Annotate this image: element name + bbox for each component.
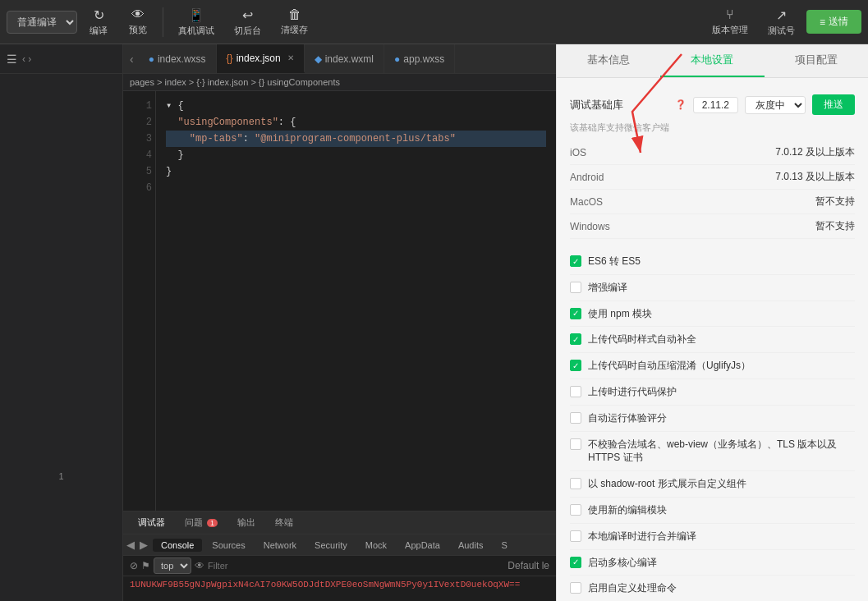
test-icon: ↗ bbox=[776, 7, 787, 23]
right-tab-local[interactable]: 本地设置 bbox=[660, 44, 764, 77]
checkbox-row[interactable]: 不校验合法域名、web-view（业务域名）、TLS 版本以及 HTTPS 证书 bbox=[570, 432, 855, 472]
version-mgr-button[interactable]: ⑂ 版本管理 bbox=[704, 4, 756, 39]
refresh-button[interactable]: ↻ 编译 bbox=[80, 4, 117, 40]
checkbox-label-uglify: 上传代码时自动压缩混淆（UglifyJs） bbox=[588, 359, 751, 373]
console-tab-appdata[interactable]: AppData bbox=[397, 539, 448, 552]
checkbox-custom-cmd[interactable] bbox=[570, 582, 581, 594]
checkbox-autocomplete[interactable]: ✓ bbox=[570, 333, 581, 345]
platform-value: 7.0.12 及以上版本 bbox=[775, 145, 855, 159]
checkbox-row[interactable]: 自动运行体验评分 bbox=[570, 406, 855, 432]
checkbox-row[interactable]: 本地编译时进行合并编译 bbox=[570, 524, 855, 550]
checkbox-label-multi-core: 启动多核心编译 bbox=[588, 556, 657, 570]
tab-label-wxss: index.wxss bbox=[158, 53, 206, 65]
line-numbers: 1 2 3 4 5 6 bbox=[123, 91, 156, 511]
checkbox-row[interactable]: ✓ 上传代码时自动压缩混淆（UglifyJs） bbox=[570, 353, 855, 379]
checkbox-label-new-editor: 使用新的编辑模块 bbox=[588, 503, 667, 517]
code-editor[interactable]: 1 2 3 4 5 6 ▾ { "usingComponents": { "mp… bbox=[123, 91, 556, 511]
bottom-tab-problems[interactable]: 问题 1 bbox=[177, 515, 226, 530]
eye-icon: 👁 bbox=[131, 7, 145, 22]
right-panel: 基本信息 本地设置 项目配置 调试基础库 ❓ 2.11.2 灰度中 推送 该基础… bbox=[556, 44, 868, 601]
sidebar-file-icon: ☰ bbox=[7, 53, 17, 66]
checkbox-uglify[interactable]: ✓ bbox=[570, 360, 581, 371]
platform-row: Android7.0.13 及以上版本 bbox=[570, 165, 855, 190]
tab-close-json[interactable]: ✕ bbox=[287, 53, 294, 62]
platform-label: iOS bbox=[570, 147, 775, 158]
checkbox-label-protect: 上传时进行代码保护 bbox=[588, 385, 677, 399]
tab-app-wxss[interactable]: ● app.wxss bbox=[384, 44, 455, 73]
push-button[interactable]: 推送 bbox=[812, 94, 855, 115]
console-tab-audits[interactable]: Audits bbox=[450, 539, 492, 552]
bottom-tab-terminal[interactable]: 终端 bbox=[267, 515, 301, 530]
checkbox-shadow-root[interactable] bbox=[570, 478, 581, 489]
bottom-panel: 调试器 问题 1 输出 终端 ◀ ▶ Console Sources Netwo… bbox=[123, 511, 556, 601]
console-tab-console[interactable]: Console bbox=[153, 539, 202, 552]
debug-lib-title: 调试基础库 bbox=[570, 98, 665, 112]
cut-backend-button[interactable]: ↩ 切后台 bbox=[226, 4, 269, 40]
checkbox-new-editor[interactable] bbox=[570, 504, 581, 516]
support-text: 该基础库支持微信客户端 bbox=[570, 122, 855, 134]
checkbox-row[interactable]: ✓ ES6 转 ES5 bbox=[570, 249, 855, 275]
clear-storage-button[interactable]: 🗑 清缓存 bbox=[273, 4, 316, 39]
checkbox-row[interactable]: 启用自定义处理命令 bbox=[570, 576, 855, 601]
filter-input[interactable] bbox=[208, 561, 504, 571]
test-number-button[interactable]: ↗ 测试号 bbox=[760, 4, 803, 40]
console-tab-mock[interactable]: Mock bbox=[357, 539, 395, 552]
tab-index-wxss[interactable]: ● index.wxss bbox=[139, 44, 217, 73]
main-toolbar: 普通编译 ↻ 编译 👁 预览 📱 真机调试 ↩ 切后台 🗑 清缓存 ⑂ 版本管理… bbox=[0, 0, 868, 44]
bottom-tab-output[interactable]: 输出 bbox=[229, 515, 264, 530]
console-output: 1UNUKWF9B55gNJpWgpixN4cAI7o0KW5ODJdtDXPE… bbox=[123, 576, 556, 601]
breadcrumb-text: pages > index > {·} index.json > {} usin… bbox=[130, 77, 340, 87]
real-device-button[interactable]: 📱 真机调试 bbox=[170, 4, 223, 40]
console-nav-right[interactable]: ▶ bbox=[140, 539, 148, 551]
checkbox-row[interactable]: 增强编译 bbox=[570, 275, 855, 301]
checkbox-local-merge[interactable] bbox=[570, 530, 581, 542]
top-select[interactable]: top bbox=[154, 557, 191, 574]
compiler-mode-select[interactable]: 普通编译 bbox=[7, 11, 77, 34]
checkbox-no-validate[interactable] bbox=[570, 438, 581, 450]
checkmark-icon: ✓ bbox=[572, 361, 579, 370]
platform-value: 暂不支持 bbox=[815, 195, 855, 209]
preview-button[interactable]: 👁 预览 bbox=[120, 4, 156, 39]
checkbox-enhance[interactable] bbox=[570, 282, 581, 293]
right-tab-basic[interactable]: 基本信息 bbox=[557, 44, 660, 77]
platform-row: Windows暂不支持 bbox=[570, 214, 855, 239]
theme-select[interactable]: 灰度中 bbox=[745, 96, 806, 114]
checkbox-evaluate[interactable] bbox=[570, 412, 581, 424]
checkbox-row[interactable]: ✓ 上传代码时样式自动补全 bbox=[570, 327, 855, 353]
right-content: 调试基础库 ❓ 2.11.2 灰度中 推送 该基础库支持微信客户端 iOS7.0… bbox=[557, 78, 868, 601]
console-tab-s[interactable]: S bbox=[493, 539, 515, 552]
clear-icon: 🗑 bbox=[288, 7, 301, 22]
checkbox-npm[interactable]: ✓ bbox=[570, 308, 581, 319]
tab-arrow-left[interactable]: ‹ bbox=[130, 53, 134, 66]
test-number-label: 测试号 bbox=[768, 25, 795, 37]
checkbox-row[interactable]: 上传时进行代码保护 bbox=[570, 379, 855, 406]
clear-storage-label: 清缓存 bbox=[281, 24, 308, 36]
sidebar-nav-back[interactable]: ‹ › bbox=[22, 53, 31, 65]
console-tab-network[interactable]: Network bbox=[255, 539, 305, 552]
checkbox-protect[interactable] bbox=[570, 386, 581, 397]
checkbox-label-enhance: 增强编译 bbox=[588, 281, 627, 295]
checkbox-section: ✓ ES6 转 ES5 增强编译 ✓ 使用 npm 模块 ✓ 上传代码时样式自动… bbox=[570, 249, 855, 601]
checkbox-row[interactable]: ✓ 启动多核心编译 bbox=[570, 550, 855, 576]
checkbox-row[interactable]: ✓ 使用 npm 模块 bbox=[570, 301, 855, 328]
code-content[interactable]: ▾ { "usingComponents": { "mp-tabs": "@mi… bbox=[156, 91, 556, 511]
platform-value: 暂不支持 bbox=[815, 219, 855, 233]
editor-area: ‹ ● index.wxss {} index.json ✕ ◆ index.w… bbox=[123, 44, 556, 601]
debug-lib-help-icon[interactable]: ❓ bbox=[675, 99, 687, 110]
tab-index-json[interactable]: {} index.json ✕ bbox=[217, 44, 305, 73]
toolbar-divider-1 bbox=[163, 7, 163, 37]
console-tab-security[interactable]: Security bbox=[306, 539, 356, 552]
console-nav-left[interactable]: ◀ bbox=[126, 539, 135, 551]
checkbox-es6[interactable]: ✓ bbox=[570, 255, 581, 267]
checkbox-row[interactable]: 使用新的编辑模块 bbox=[570, 498, 855, 524]
checkbox-multi-core[interactable]: ✓ bbox=[570, 557, 581, 568]
console-tab-sources[interactable]: Sources bbox=[204, 539, 253, 552]
tab-index-wxml[interactable]: ◆ index.wxml bbox=[305, 44, 384, 73]
bottom-tab-debugger[interactable]: 调试器 bbox=[130, 515, 173, 530]
checkbox-row[interactable]: 以 shadow-root 形式展示自定义组件 bbox=[570, 471, 855, 498]
report-button[interactable]: ≡ 送情 bbox=[806, 10, 861, 34]
code-line-2: "usingComponents": { bbox=[166, 114, 546, 131]
checkbox-label-evaluate: 自动运行体验评分 bbox=[588, 411, 667, 425]
right-tab-project[interactable]: 项目配置 bbox=[765, 44, 868, 77]
platform-value: 7.0.13 及以上版本 bbox=[775, 170, 855, 184]
